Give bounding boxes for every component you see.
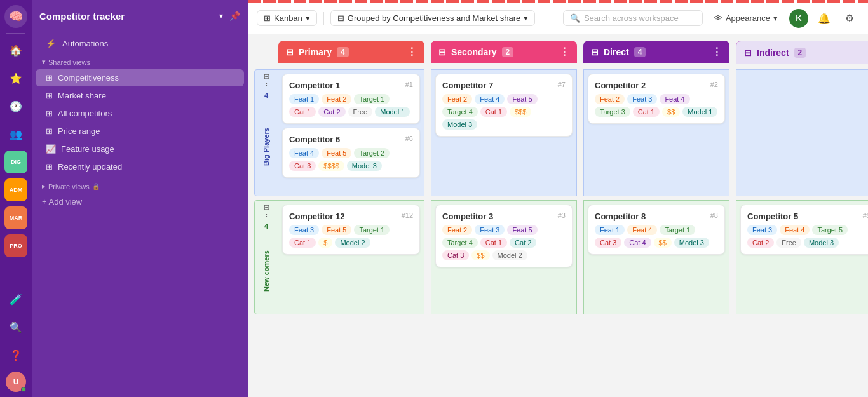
col-header-direct: ⊟ Direct 4 ⋮ [583, 41, 729, 65]
grid-icon: ⊞ [46, 73, 53, 83]
nav-icon-dig[interactable]: DIG [4, 151, 27, 173]
nav-icon-pro[interactable]: PRO [4, 234, 27, 257]
chevron-right-icon: ▸ [42, 182, 46, 191]
private-views-section[interactable]: ▸ Private views 🔒 [32, 177, 248, 193]
minus-icon-primary[interactable]: ⊟ [286, 47, 294, 57]
grid-icon-3: ⊞ [46, 109, 53, 118]
topbar: ⊞ Kanban ▾ ⊟ Grouped by Competitiveness … [248, 3, 868, 34]
sidebar-nav: ⚡ Automations ▾ Shared views ⊞ Competiti… [32, 32, 248, 397]
nav-icon-help[interactable]: ❓ [4, 344, 27, 367]
caret-down-icon: ▾ [306, 13, 310, 23]
row-toggle-icon[interactable]: ⊟ [264, 72, 269, 81]
group-icon: ⊟ [337, 13, 344, 23]
row-more-icon[interactable]: ⋮ [263, 82, 270, 90]
grid-icon-5: ⊞ [46, 162, 53, 172]
cell-primary-new-comers: Competitor 12 #12 Feat 3 Feat 5 Target 1… [278, 200, 424, 314]
settings-button[interactable]: ⚙ [840, 9, 859, 28]
lightning-icon: ⚡ [46, 39, 56, 48]
caret-down-icon-2: ▾ [524, 13, 528, 23]
card-competitor-7: Competitor 7 #7 Feat 2 Feat 4 Feat 5 Tar… [435, 74, 573, 137]
cell-indirect-new-comers: Competitor 5 #5 Feat 3 Feat 4 Target 5 C… [736, 200, 868, 314]
sidebar-header: Competitor tracker ▾ 📌 [32, 0, 248, 32]
col-more-direct[interactable]: ⋮ [712, 46, 722, 58]
sidebar-automations[interactable]: ⚡ Automations [36, 35, 244, 52]
cell-direct-new-comers: Competitor 8 #8 Feat 1 Feat 4 Target 1 C… [583, 200, 729, 314]
app-logo-icon[interactable]: 🧠 [4, 5, 27, 28]
user-avatar[interactable]: K [789, 9, 808, 28]
row-more-icon-2[interactable]: ⋮ [263, 213, 270, 221]
grid-icon-4: ⊞ [46, 126, 53, 136]
nav-icon-star[interactable]: ⭐ [4, 67, 27, 90]
kanban-wrapper: ⊟ Primary 4 ⋮ ⊟ Secondary 2 ⋮ [248, 34, 868, 397]
sidebar-item-all-competitors[interactable]: ⊞ All competitors [36, 105, 244, 122]
row-label-new-comers: ⊟ ⋮ 4 New comers [254, 200, 278, 314]
sidebar-title-caret[interactable]: ▾ [219, 11, 223, 20]
cell-secondary-new-comers: Competitor 3 #3 Feat 2 Feat 3 Feat 5 Tar… [431, 200, 577, 314]
kanban-view-button[interactable]: ⊞ Kanban ▾ [257, 10, 317, 26]
sidebar-item-feature-usage[interactable]: 📈 Feature usage [36, 140, 244, 158]
nav-icon-search[interactable]: 🔍 [4, 316, 27, 339]
eye-icon: 👁 [714, 13, 722, 23]
minus-icon-secondary[interactable]: ⊟ [438, 47, 446, 57]
row-label-big-players: ⊟ ⋮ 4 Big Players [254, 69, 278, 196]
nav-icon-mar[interactable]: MAR [4, 206, 27, 229]
cell-primary-big-players: Competitor 1 #1 Feat 1 Feat 2 Target 1 C… [278, 69, 424, 196]
sidebar-pin-icon[interactable]: 📌 [229, 11, 240, 21]
card-competitor-3: Competitor 3 #3 Feat 2 Feat 3 Feat 5 Tar… [435, 205, 573, 267]
search-icon: 🔍 [570, 13, 580, 23]
card-competitor-5: Competitor 5 #5 Feat 3 Feat 4 Target 5 C… [740, 205, 868, 255]
notifications-button[interactable]: 🔔 [815, 9, 834, 28]
sidebar-item-market-share[interactable]: ⊞ Market share [36, 87, 244, 104]
cell-direct-big-players: Competitor 2 #2 Feat 2 Feat 3 Feat 4 Tar… [583, 69, 729, 196]
group-by-button[interactable]: ⊟ Grouped by Competitiveness and Market … [330, 10, 535, 26]
shared-views-section[interactable]: ▾ Shared views [32, 53, 248, 69]
card-competitor-6: Competitor 6 #6 Feat 4 Feat 5 Target 2 C… [282, 128, 420, 178]
topbar-separator [323, 12, 324, 25]
add-view-button[interactable]: + Add view [32, 193, 248, 210]
nav-icon-people[interactable]: 👥 [4, 123, 27, 145]
col-more-secondary[interactable]: ⋮ [559, 46, 569, 58]
sidebar-item-competitiveness[interactable]: ⊞ Competitiveness [36, 69, 244, 86]
col-header-secondary: ⊟ Secondary 2 ⋮ [431, 41, 577, 65]
col-more-primary[interactable]: ⋮ [407, 46, 417, 58]
chart-icon: 📈 [46, 144, 56, 154]
sidebar-item-price-range[interactable]: ⊞ Price range [36, 123, 244, 140]
minus-icon-direct[interactable]: ⊟ [591, 47, 599, 57]
row-toggle-icon-2[interactable]: ⊟ [264, 203, 269, 212]
card-competitor-8: Competitor 8 #8 Feat 1 Feat 4 Target 1 C… [588, 205, 725, 255]
nav-icon-flask[interactable]: 🧪 [4, 288, 27, 311]
lock-icon: 🔒 [92, 183, 100, 190]
minus-icon-indirect[interactable]: ⊟ [744, 48, 752, 58]
card-competitor-12: Competitor 12 #12 Feat 3 Feat 5 Target 1… [282, 205, 420, 255]
chevron-down-icon: ▾ [42, 58, 46, 66]
kanban-icon: ⊞ [264, 13, 271, 23]
nav-icon-clock[interactable]: 🕐 [4, 95, 27, 118]
col-header-indirect: ⊟ Indirect 2 ⋮ [736, 41, 868, 65]
caret-down-icon-3: ▾ [773, 13, 778, 23]
cell-secondary-big-players: Competitor 7 #7 Feat 2 Feat 4 Feat 5 Tar… [431, 69, 577, 196]
user-avatar-mini[interactable]: U [6, 372, 26, 392]
appearance-button[interactable]: 👁 Appearance ▾ [709, 11, 783, 25]
grid-icon-2: ⊞ [46, 91, 53, 100]
card-competitor-2: Competitor 2 #2 Feat 2 Feat 3 Feat 4 Tar… [588, 74, 725, 124]
sidebar-item-recently-updated[interactable]: ⊞ Recently updated [36, 158, 244, 175]
nav-icon-adm[interactable]: ADM [4, 178, 27, 201]
col-header-primary: ⊟ Primary 4 ⋮ [278, 41, 424, 65]
cell-indirect-big-players [736, 69, 868, 196]
card-competitor-1: Competitor 1 #1 Feat 1 Feat 2 Target 1 C… [282, 74, 420, 124]
sidebar-title: Competitor tracker [39, 11, 213, 22]
col-more-indirect[interactable]: ⋮ [864, 46, 868, 58]
nav-icon-home[interactable]: 🏠 [4, 39, 27, 62]
search-box[interactable]: 🔍 Search across workspace [563, 10, 703, 26]
